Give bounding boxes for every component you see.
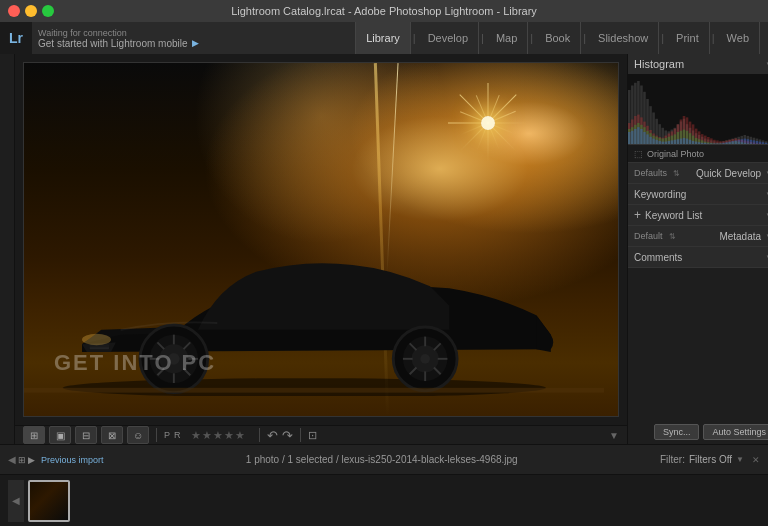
toolbar-separator-3 <box>300 428 301 442</box>
histogram-section: Histogram ▼ <box>628 54 768 145</box>
svg-point-19 <box>420 354 430 364</box>
quick-develop-label: Quick Develop <box>696 168 761 179</box>
keyword-list-section: + Keyword List ▼ <box>628 205 768 226</box>
filter-arrow[interactable]: ▼ <box>736 455 744 464</box>
module-nav: Library | Develop | Map | Book | Slidesh… <box>355 22 760 54</box>
filmstrip-nav: ◀ ⊞ ▶ Previous import <box>8 454 104 465</box>
keyword-list-label: Keyword List <box>645 210 702 221</box>
flag-label: P <box>164 430 170 440</box>
photo-toolbar: ⊞ ▣ ⊟ ⊠ ☺ P R ★★★★★ ↶ ↷ ⊡ ▼ <box>15 425 627 444</box>
sync-button[interactable]: Sync... <box>654 424 700 440</box>
main-area: GET INTO PC ⊞ ▣ ⊟ ⊠ ☺ P R ★★★★★ ↶ ↷ ⊡ ▼ <box>0 54 768 444</box>
rotate-right-button[interactable]: ↷ <box>282 428 293 443</box>
module-web[interactable]: Web <box>717 22 760 54</box>
filmstrip-bar: ◀ ⊞ ▶ Previous import 1 photo / 1 select… <box>0 444 768 474</box>
metadata-preset: Default <box>634 231 663 241</box>
histogram-title: Histogram <box>634 58 684 70</box>
view-loupe-button[interactable]: ▣ <box>49 426 71 444</box>
histogram-canvas <box>628 74 768 144</box>
toolbar-end-arrow[interactable]: ▼ <box>609 430 619 441</box>
view-survey-button[interactable]: ⊠ <box>101 426 123 444</box>
metadata-preset-arrow: ⇅ <box>669 232 676 241</box>
filter-value[interactable]: Filters Off <box>689 454 732 465</box>
view-grid-button[interactable]: ⊞ <box>23 426 45 444</box>
module-library[interactable]: Library <box>355 22 411 54</box>
module-book[interactable]: Book <box>535 22 581 54</box>
filmstrip-filter: Filter: Filters Off ▼ ✕ <box>660 454 760 465</box>
window-controls <box>8 5 54 17</box>
keyword-list-header[interactable]: + Keyword List ▼ <box>628 205 768 225</box>
mobile-link[interactable]: Get started with Lightroom mobile ▶ <box>38 38 355 49</box>
filmstrip-next-button[interactable]: ▶ <box>28 455 35 465</box>
right-panel: Histogram ▼ ⬚ Original Photo Defaults ⇅ … <box>627 54 768 444</box>
filmstrip-grid-icon[interactable]: ⊞ <box>18 455 26 465</box>
minimize-button[interactable] <box>25 5 37 17</box>
metadata-label: Metadata <box>719 231 761 242</box>
module-print[interactable]: Print <box>666 22 710 54</box>
left-sidebar[interactable] <box>0 54 15 444</box>
filmstrip-scroll-left[interactable]: ◀ <box>8 480 24 522</box>
slideshow-button[interactable]: ⊡ <box>308 429 317 442</box>
view-people-button[interactable]: ☺ <box>127 426 149 444</box>
previous-import-label[interactable]: Previous import <box>41 455 104 465</box>
keywording-header[interactable]: Keywording ▼ <box>628 184 768 204</box>
filter-close-icon[interactable]: ✕ <box>752 455 760 465</box>
original-photo-icon: ⬚ <box>634 149 643 159</box>
module-slideshow[interactable]: Slideshow <box>588 22 659 54</box>
metadata-header[interactable]: Default ⇅ Metadata ▼ <box>628 226 768 246</box>
light-burst <box>458 93 518 153</box>
svg-rect-28 <box>24 388 604 393</box>
module-develop[interactable]: Develop <box>418 22 479 54</box>
filter-label: Filter: <box>660 454 685 465</box>
connection-status: Waiting for connection <box>38 28 355 38</box>
toolbar-separator-2 <box>259 428 260 442</box>
quick-develop-section: Defaults ⇅ Quick Develop ▼ <box>628 163 768 184</box>
star-rating[interactable]: ★★★★★ <box>191 429 246 442</box>
nav-bar: Lr Waiting for connection Get started wi… <box>0 22 768 54</box>
rotate-left-button[interactable]: ↶ <box>267 428 278 443</box>
window-title: Lightroom Catalog.lrcat - Adobe Photosho… <box>231 5 537 17</box>
filmstrip: ◀ <box>0 474 768 526</box>
panel-bottom-buttons: Sync... Auto Settings <box>628 268 768 444</box>
filmstrip-controls: ◀ ⊞ ▶ Previous import <box>8 454 104 465</box>
filmstrip-info: 1 photo / 1 selected / lexus-is250-2014-… <box>104 454 660 465</box>
filmstrip-prev-button[interactable]: ◀ <box>8 454 16 465</box>
metadata-section: Default ⇅ Metadata ▼ <box>628 226 768 247</box>
photo-view: GET INTO PC <box>15 54 627 425</box>
comments-label: Comments <box>634 252 682 263</box>
toolbar-separator-1 <box>156 428 157 442</box>
keyword-add-icon[interactable]: + <box>634 208 641 222</box>
sync-settings-button[interactable]: Auto Settings <box>703 424 768 440</box>
lr-logo: Lr <box>0 22 32 54</box>
svg-point-3 <box>82 334 111 346</box>
histogram-header[interactable]: Histogram ▼ <box>628 54 768 74</box>
quick-develop-header[interactable]: Defaults ⇅ Quick Develop ▼ <box>628 163 768 183</box>
center-area: GET INTO PC ⊞ ▣ ⊟ ⊠ ☺ P R ★★★★★ ↶ ↷ ⊡ ▼ <box>15 54 627 444</box>
comments-section: Comments ▼ <box>628 247 768 268</box>
keywording-section: Keywording ▼ <box>628 184 768 205</box>
close-button[interactable] <box>8 5 20 17</box>
original-photo-label: Original Photo <box>647 149 704 159</box>
view-compare-button[interactable]: ⊟ <box>75 426 97 444</box>
quick-develop-preset: Defaults <box>634 168 667 178</box>
svg-rect-2 <box>90 347 109 349</box>
photo-container: GET INTO PC <box>23 62 619 417</box>
svg-point-0 <box>63 378 546 396</box>
reject-label: R <box>174 430 181 440</box>
quick-develop-preset-arrow: ⇅ <box>673 169 680 178</box>
title-bar: Lightroom Catalog.lrcat - Adobe Photosho… <box>0 0 768 22</box>
filmstrip-thumb-1[interactable] <box>28 480 70 522</box>
maximize-button[interactable] <box>42 5 54 17</box>
module-map[interactable]: Map <box>486 22 528 54</box>
original-photo-bar: ⬚ Original Photo <box>628 145 768 163</box>
comments-header[interactable]: Comments ▼ <box>628 247 768 267</box>
watermark: GET INTO PC <box>54 350 216 376</box>
keywording-label: Keywording <box>634 189 686 200</box>
mobile-status: Waiting for connection Get started with … <box>38 28 355 49</box>
